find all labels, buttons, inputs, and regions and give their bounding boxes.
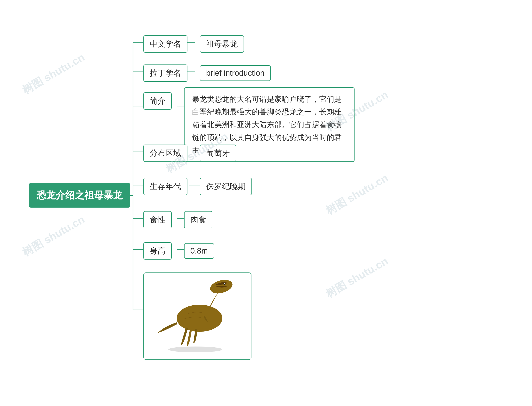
branch-label-latin-name: 拉丁学名: [143, 65, 187, 82]
leaf-distribution: 葡萄牙: [200, 145, 236, 162]
branch-label-height: 身高: [143, 242, 172, 260]
branch-label-intro: 简介: [143, 92, 172, 110]
branch-era: 生存年代 侏罗纪晚期: [143, 178, 252, 195]
root-label: 恐龙介绍之祖母暴龙: [36, 190, 123, 201]
dinosaur-image-box: [143, 272, 251, 360]
leaf-height: 0.8m: [184, 243, 214, 259]
branch-latin-name: 拉丁学名 brief introduction: [143, 65, 271, 82]
branch-label-era: 生存年代: [143, 178, 187, 195]
branch-label-diet: 食性: [143, 211, 172, 228]
svg-point-21: [168, 347, 222, 352]
svg-point-20: [224, 283, 225, 284]
branch-image: [143, 272, 251, 360]
branch-distribution: 分布区域 葡萄牙: [143, 145, 236, 162]
branch-label-chinese-name: 中文学名: [143, 35, 187, 53]
branch-chinese-name: 中文学名 祖母暴龙: [143, 35, 244, 53]
branch-diet: 食性 肉食: [143, 211, 212, 228]
branch-height: 身高 0.8m: [143, 242, 214, 260]
dinosaur-illustration: [154, 279, 241, 354]
svg-point-17: [177, 305, 222, 332]
root-node: 恐龙介绍之祖母暴龙: [29, 183, 130, 208]
leaf-latin-name: brief introduction: [200, 65, 271, 81]
leaf-diet: 肉食: [184, 211, 212, 228]
leaf-era: 侏罗纪晚期: [200, 178, 252, 195]
mindmap: 恐龙介绍之祖母暴龙: [17, 10, 515, 397]
leaf-chinese-name: 祖母暴龙: [200, 35, 244, 53]
branch-label-distribution: 分布区域: [143, 145, 187, 162]
